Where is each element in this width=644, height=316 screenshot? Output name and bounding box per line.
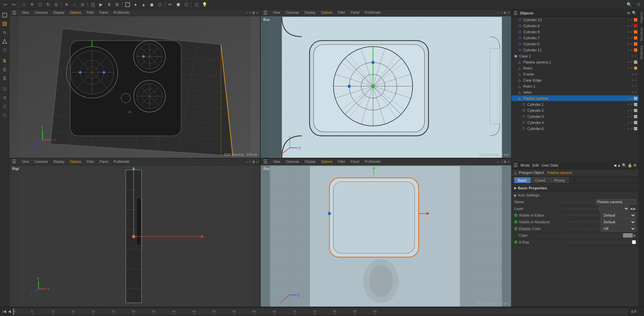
vp-back-bottom-display[interactable]: Display bbox=[303, 160, 317, 164]
attr-tab-phong[interactable]: Phong bbox=[550, 177, 569, 183]
vp-right-prorender[interactable]: ProRender bbox=[112, 160, 131, 164]
attr-name-input[interactable] bbox=[596, 199, 636, 205]
piastra1-vis1[interactable]: ✓ bbox=[627, 60, 630, 64]
left-icon-shape[interactable]: ⬡ bbox=[1, 111, 9, 119]
rotate-button[interactable]: ↻ bbox=[44, 1, 52, 8]
vp-right-cameras[interactable]: Cameras bbox=[33, 160, 50, 164]
vp-back-top-nav1[interactable]: ↔ bbox=[496, 11, 500, 14]
vetro-vis2[interactable]: ✓ bbox=[635, 91, 637, 94]
vp-back-top-menu-icon[interactable]: ☰ bbox=[262, 10, 269, 16]
vp-right-options[interactable]: Options bbox=[68, 160, 83, 164]
material-btn[interactable]: ◻ bbox=[193, 1, 200, 8]
obj-item-piastra-camera[interactable]: △ Piastra camera ✓ ✓ bbox=[512, 95, 639, 101]
vp-right-fullscreen[interactable]: ⤢ bbox=[256, 160, 259, 164]
vp-right-panel[interactable]: Panel bbox=[98, 160, 110, 164]
vp-right-menu-icon[interactable]: ☰ bbox=[11, 159, 18, 165]
vetro-vis1[interactable]: ✓ bbox=[631, 91, 634, 94]
vp-back-top-view[interactable]: View bbox=[272, 10, 282, 15]
vp-back-bottom-nav1[interactable]: ↔ bbox=[496, 160, 500, 164]
obj9-vis-render[interactable]: ✓ bbox=[631, 24, 633, 28]
obj-item-cylinder7[interactable]: ⬡ Cylinder.7 ✓ ✓ bbox=[512, 35, 639, 41]
attr-nav-search[interactable]: 🔍 bbox=[622, 163, 627, 168]
piastra-camera-vis1[interactable]: ✓ bbox=[627, 97, 630, 100]
case-edge-vis1[interactable]: ✓ bbox=[631, 79, 634, 82]
obj-vis-editor[interactable]: ✓ bbox=[627, 18, 630, 21]
attr-layer-select[interactable] bbox=[599, 206, 629, 212]
attr-nav-lock[interactable]: 🔒 bbox=[628, 163, 632, 168]
retro-vis2[interactable]: ✓ bbox=[631, 66, 633, 70]
vp-perspective-options[interactable]: Options bbox=[68, 10, 83, 15]
attr-tab-coord[interactable]: Coord. bbox=[531, 177, 550, 183]
obj-item-cylinder4[interactable]: ⬡ Cylinder.4 ✓ ✓ bbox=[512, 120, 639, 126]
light-btn[interactable]: 💡 bbox=[201, 1, 208, 8]
left-icon-points[interactable]: ↻ bbox=[1, 29, 9, 37]
vtab-objects[interactable]: Objects bbox=[639, 9, 644, 25]
pause-btn[interactable]: ⏸ bbox=[105, 1, 113, 8]
vp-right-nav1[interactable]: ↔ bbox=[245, 160, 249, 164]
obj-item-fronte[interactable]: △ Fronte ✓ ✓ bbox=[512, 71, 639, 77]
obj7-vis-editor[interactable]: ✓ bbox=[627, 36, 630, 40]
obj-btn-3[interactable]: ⊙ bbox=[79, 1, 86, 8]
vp-back-top-filter[interactable]: Filter bbox=[336, 10, 346, 15]
cyl2-vis1[interactable]: ✓ bbox=[627, 109, 630, 112]
cone3d-btn[interactable]: ▲ bbox=[140, 1, 147, 8]
vp-perspective-panel[interactable]: Panel bbox=[98, 10, 110, 15]
obj-item-cylinder10[interactable]: ⬡ Cylinder.10 ✓ ✓ bbox=[512, 17, 639, 23]
attr-tab-basic[interactable]: Basic bbox=[514, 177, 531, 183]
vp-back-bottom-cameras[interactable]: Cameras bbox=[284, 160, 301, 164]
vp-right-nav3[interactable]: ⊕ bbox=[252, 160, 255, 164]
viewport-right[interactable]: ☰ View Cameras Display Options Filter Pa… bbox=[9, 159, 260, 307]
undo-button[interactable]: ↩ bbox=[2, 1, 9, 8]
cyl4-vis1[interactable]: ✓ bbox=[627, 121, 630, 124]
left-icon-edges[interactable] bbox=[1, 37, 9, 45]
cyl3-vis2[interactable]: ✓ bbox=[631, 115, 633, 118]
viewport-back-top[interactable]: ☰ View Cameras Display Options Filter Pa… bbox=[261, 9, 511, 158]
vp-perspective-cameras[interactable]: Cameras bbox=[33, 10, 50, 15]
play-btn[interactable]: ▶ bbox=[97, 1, 105, 8]
vp-back-top-nav2[interactable]: ↕ bbox=[501, 11, 502, 14]
attr-visible-editor-select[interactable]: Default Yes No bbox=[601, 212, 636, 218]
obj-vis-render[interactable]: ✓ bbox=[631, 18, 633, 21]
obj5-vis-render[interactable]: ✓ bbox=[631, 42, 633, 46]
vp-back-bottom-nav2[interactable]: ↕ bbox=[501, 160, 502, 164]
plane3d-btn[interactable]: ◼ bbox=[148, 1, 155, 8]
obj-item-retro[interactable]: △ Retro ✓ ✓ bbox=[512, 65, 639, 71]
vp-back-bottom-options[interactable]: Options bbox=[320, 160, 334, 164]
attr-visible-renderer-select[interactable]: Default Yes No bbox=[601, 219, 636, 225]
retro1-vis2[interactable]: ✓ bbox=[635, 85, 637, 88]
left-icon-s2[interactable]: S bbox=[1, 65, 9, 74]
obj-btn-2[interactable]: ○ bbox=[71, 1, 78, 8]
obj11-vis-editor[interactable]: ✓ bbox=[627, 48, 630, 52]
case-edge-vis2[interactable]: ✓ bbox=[635, 79, 637, 82]
attr-display-color-select[interactable]: Off On Layer bbox=[601, 226, 636, 232]
obj-item-cylinder2[interactable]: ⬡ Cylinder.2 ✓ ✓ bbox=[512, 107, 639, 114]
vp-back-top-nav3[interactable]: ⊕ bbox=[503, 11, 506, 14]
attr-color-arrow[interactable]: ▶ bbox=[634, 234, 636, 237]
cyl6-vis2[interactable]: ✓ bbox=[631, 127, 633, 130]
vp-back-bottom-nav3[interactable]: ⊕ bbox=[503, 160, 506, 164]
vp-back-bottom-fullscreen[interactable]: ⤢ bbox=[507, 160, 510, 164]
obj-item-cylinder1[interactable]: ⬡ Cylinder.1 ✓ ✓ bbox=[512, 101, 639, 107]
vp-back-bottom-prorender[interactable]: ProRender bbox=[363, 160, 382, 164]
vp-back-bottom-panel[interactable]: Panel bbox=[350, 160, 361, 164]
obj8-vis-editor[interactable]: ✓ bbox=[627, 30, 630, 34]
left-icon-model[interactable] bbox=[1, 20, 9, 28]
cyl6-vis1[interactable]: ✓ bbox=[627, 127, 630, 130]
retro-vis1[interactable]: ✓ bbox=[627, 66, 630, 70]
attr-layer-btn1[interactable]: ◀ bbox=[630, 207, 633, 211]
redo-button[interactable]: ↪ bbox=[10, 1, 17, 8]
obj9-vis-editor[interactable]: ✓ bbox=[627, 24, 630, 28]
cyl4-vis2[interactable]: ✓ bbox=[631, 121, 633, 124]
cyl1-vis2[interactable]: ✓ bbox=[631, 103, 633, 106]
search-btn[interactable]: 🔍 bbox=[626, 1, 633, 8]
left-icon-s3[interactable]: S bbox=[1, 74, 9, 82]
left-icon-s1[interactable]: S bbox=[1, 57, 9, 65]
case1-vis[interactable]: ✓ bbox=[631, 54, 634, 58]
obj-item-case-edge[interactable]: △ Case Edge ✓ ✓ bbox=[512, 77, 639, 83]
attr-user-data[interactable]: User Data bbox=[542, 163, 558, 167]
vp-back-top-cameras[interactable]: Cameras bbox=[284, 10, 301, 15]
attr-nav-settings[interactable]: ⚙ bbox=[633, 163, 637, 168]
timeline-ruler[interactable]: 0 5 10 15 20 25 30 35 40 45 50 bbox=[13, 308, 628, 315]
live-select-button[interactable]: □ bbox=[20, 1, 28, 8]
poly3d-btn[interactable]: ⬡ bbox=[156, 1, 163, 8]
